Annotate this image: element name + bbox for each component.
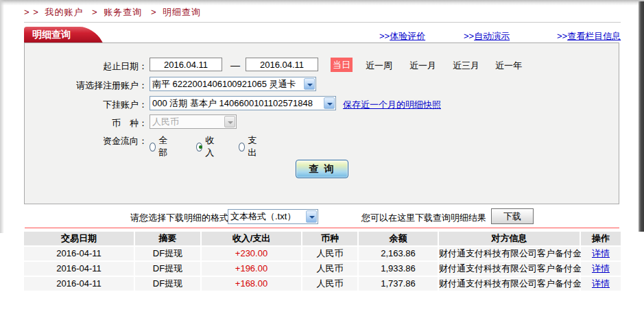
flow-option-label: 收入 [205, 134, 217, 159]
currency-select: 人民币 [150, 114, 237, 129]
radio-icon[interactable] [196, 143, 202, 151]
link-prefix: >> [557, 31, 567, 41]
flow-option-label: 全部 [158, 134, 170, 159]
cell-balance: 1,737.86 [359, 277, 438, 291]
tab-detail-query: 明细查询 [24, 27, 83, 42]
chevron-down-icon [304, 78, 315, 90]
cell-balance: 1,933.86 [359, 262, 438, 276]
auto-demo-link[interactable]: >>自动演示 [464, 30, 510, 42]
cell-action: 详情 [581, 247, 621, 260]
radio-icon[interactable] [150, 143, 156, 151]
cell-amount: +168.00 [202, 277, 301, 291]
link-label: 查看栏目信息 [567, 31, 621, 41]
page-edge-top-shadow [0, 0, 644, 5]
flow-option-expense[interactable]: 支出 [239, 134, 259, 159]
cell-date: 2016-04-11 [24, 247, 134, 260]
download-format-label: 请您选择下载明细的格式 [130, 212, 228, 224]
date-range-label: 起止日期： [24, 60, 147, 73]
breadcrumb-separator: > [151, 7, 157, 17]
flow-option-label: 支出 [248, 134, 259, 159]
cell-date: 2016-04-11 [24, 262, 134, 276]
detail-query-page: > > 我的账户 > 账务查询 > 明细查询 明细查询 >>体验评价 >>自动演… [0, 0, 644, 316]
download-format-value: 文本格式（.txt） [230, 210, 304, 223]
cell-summary: DF提现 [135, 247, 200, 260]
breadcrumb-prefix: > > [24, 7, 39, 17]
cell-action: 详情 [581, 277, 621, 291]
last-three-months-quick-button[interactable]: 近三月 [453, 60, 479, 72]
register-account-select[interactable]: 南平 6222001406100921065 灵通卡 [150, 77, 316, 91]
detail-link[interactable]: 详情 [592, 248, 610, 258]
cell-currency: 人民币 [302, 262, 357, 276]
date-range-dash: — [230, 60, 240, 71]
link-label: 体验评价 [390, 31, 425, 41]
chevron-down-icon [306, 210, 317, 223]
link-label: 自动演示 [474, 31, 510, 41]
query-button[interactable]: 查 询 [296, 160, 348, 178]
col-header-amount: 收入/支出 [202, 232, 301, 245]
download-hint-text: 您可以在这里下载查询明细结果 [361, 212, 486, 224]
cell-amount: +230.00 [202, 247, 301, 260]
fund-flow-label: 资金流向： [24, 135, 147, 147]
detail-link[interactable]: 详情 [592, 263, 610, 274]
cell-summary: DF提现 [135, 262, 200, 276]
currency-label: 币 种： [24, 117, 147, 130]
flow-option-all[interactable]: 全部 [150, 134, 170, 159]
cell-currency: 人民币 [302, 247, 357, 260]
download-format-select[interactable]: 文本格式（.txt） [228, 209, 318, 224]
experience-rating-link[interactable]: >>体验评价 [379, 30, 425, 42]
register-account-label: 请选择注册账户： [24, 80, 147, 92]
cell-counterparty: 财付通支付科技有限公司客户备付金 [439, 247, 580, 260]
view-column-info-link[interactable]: >>查看栏目信息 [557, 30, 621, 42]
last-month-quick-button[interactable]: 近一月 [409, 60, 436, 72]
cell-action: 详情 [581, 262, 621, 276]
col-header-counterparty: 对方信息 [439, 232, 580, 245]
last-year-quick-button[interactable]: 近一年 [495, 60, 522, 72]
cell-summary: DF提现 [135, 277, 200, 291]
breadcrumb: > > 我的账户 > 账务查询 > 明细查询 [24, 6, 204, 19]
sub-account-value: 000 活期 基本户 1406600101102571848 [152, 97, 322, 110]
table-top-divider [25, 228, 619, 228]
cell-amount: +196.00 [202, 262, 301, 276]
cell-counterparty: 财付通支付科技有限公司客户备付金 [439, 262, 580, 276]
radio-icon[interactable] [239, 143, 245, 151]
cell-date: 2016-04-11 [24, 277, 134, 291]
download-button[interactable]: 下载 [491, 208, 534, 224]
col-header-currency: 币种 [302, 232, 357, 245]
link-prefix: >> [464, 31, 474, 41]
start-date-input[interactable] [150, 58, 222, 71]
register-account-value: 南平 6222001406100921065 灵通卡 [152, 77, 302, 90]
sub-account-label: 下挂账户： [24, 99, 147, 111]
col-header-date: 交易日期 [24, 232, 134, 245]
cell-balance: 2,163.86 [359, 247, 438, 260]
col-header-summary: 摘要 [135, 232, 200, 245]
last-week-quick-button[interactable]: 近一周 [366, 60, 392, 72]
cell-counterparty: 财付通支付科技有限公司客户备付金 [439, 277, 580, 291]
today-quick-button[interactable]: 当日 [331, 58, 353, 72]
chevron-down-icon [324, 97, 335, 109]
sub-account-select[interactable]: 000 活期 基本户 1406600101102571848 [150, 96, 336, 110]
chevron-down-icon [224, 116, 235, 127]
breadcrumb-divider [24, 22, 621, 23]
breadcrumb-item-account-query[interactable]: 账务查询 [104, 7, 142, 17]
detail-link[interactable]: 详情 [592, 278, 610, 289]
cell-currency: 人民币 [302, 277, 357, 291]
end-date-input[interactable] [246, 58, 318, 71]
currency-value: 人民币 [152, 115, 222, 128]
col-header-action: 操作 [581, 232, 621, 245]
col-header-balance: 余额 [359, 232, 438, 245]
breadcrumb-item-detail-query[interactable]: 明细查询 [163, 7, 201, 17]
link-prefix: >> [379, 31, 390, 41]
flow-option-income[interactable]: 收入 [196, 134, 217, 159]
save-monthly-snapshot-link[interactable]: 保存近一个月的明细快照 [343, 99, 441, 111]
breadcrumb-item-my-account[interactable]: 我的账户 [45, 7, 83, 17]
breadcrumb-separator: > [92, 7, 98, 17]
transactions-table: 交易日期 摘要 收入/支出 币种 余额 对方信息 操作 2016-04-11 D… [24, 232, 621, 291]
